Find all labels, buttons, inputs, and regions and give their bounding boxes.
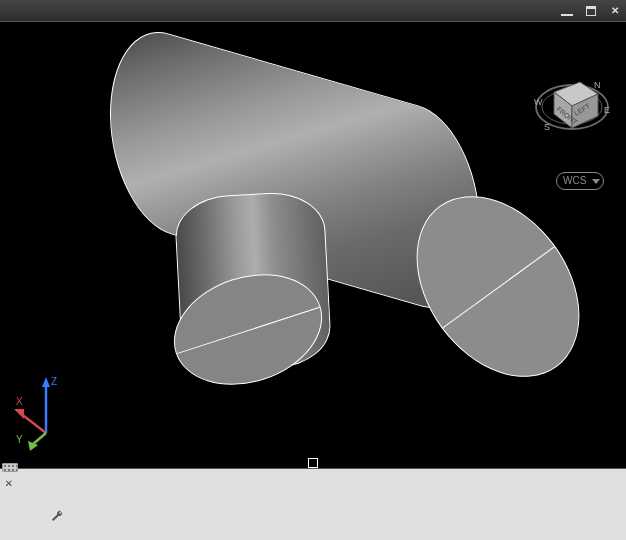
svg-marker-3 bbox=[14, 409, 24, 419]
wcs-label: WCS bbox=[563, 173, 586, 189]
restore-button[interactable] bbox=[584, 4, 598, 18]
drag-grip-icon[interactable] bbox=[2, 463, 18, 472]
svg-marker-1 bbox=[42, 377, 50, 387]
compass-n: N bbox=[594, 80, 601, 90]
compass-w: W bbox=[534, 97, 543, 107]
orbit-pivot-icon bbox=[308, 458, 318, 468]
ucs-y-label: Y bbox=[16, 434, 23, 445]
ucs-x-label: X bbox=[16, 396, 23, 407]
viewport-3d[interactable]: Z X Y N E S W FRONT LEFT WCS bbox=[0, 22, 626, 468]
ucs-z-label: Z bbox=[51, 376, 57, 387]
minimize-button[interactable] bbox=[560, 4, 574, 18]
compass-s: S bbox=[544, 122, 550, 132]
viewcube[interactable]: N E S W FRONT LEFT WCS bbox=[532, 52, 612, 172]
wcs-dropdown[interactable]: WCS bbox=[556, 172, 604, 190]
svg-line-4 bbox=[32, 433, 46, 445]
title-bar bbox=[0, 0, 626, 22]
ucs-icon[interactable]: Z X Y bbox=[14, 373, 79, 443]
close-button[interactable] bbox=[608, 4, 622, 18]
close-history-button[interactable]: ✕ bbox=[5, 477, 13, 491]
command-history[interactable]: ✕ Command: *Cancel* Command: PUBLISHPART… bbox=[0, 468, 626, 540]
command-panel: ✕ Command: *Cancel* Command: PUBLISHPART… bbox=[0, 468, 626, 540]
customize-icon[interactable] bbox=[5, 495, 64, 540]
chevron-down-icon bbox=[592, 179, 600, 184]
solid-tee-cylinder[interactable] bbox=[70, 52, 540, 412]
compass-e: E bbox=[604, 105, 610, 115]
